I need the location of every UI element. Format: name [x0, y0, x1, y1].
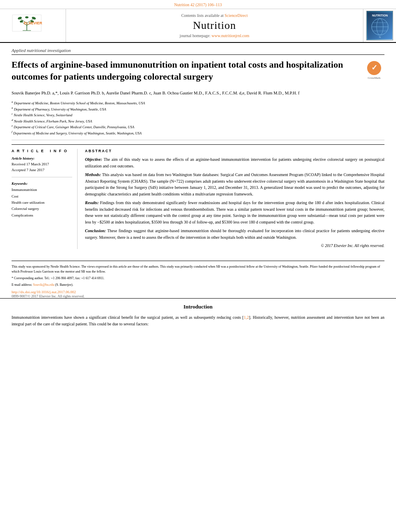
keywords-section: Keywords: Immunonutrition Cost Health ca… — [12, 181, 72, 218]
affiliations: a Department of Medicine, Boston Univers… — [12, 100, 384, 140]
keyword-5: Complications — [12, 212, 72, 219]
article-body: Applied nutritional investigation Effect… — [0, 43, 396, 258]
history-label: Article history: — [12, 156, 72, 160]
results-label: Results: — [85, 200, 99, 205]
objective-label: Objective: — [85, 157, 102, 162]
authors-text: Souvik Banerjee Ph.D. a,*, Louis P. Garr… — [12, 91, 299, 95]
email-footnote: E-mail address: Souvik@bu.edu (S. Banerj… — [12, 282, 384, 287]
article-title: Effects of arginine-based immunonutritio… — [12, 59, 360, 82]
elsevier-logo-section: ELSEVIER — [0, 9, 66, 42]
abstract-results: Results: Findings from this study demons… — [85, 200, 384, 225]
svg-text:ELSEVIER: ELSEVIER — [24, 21, 42, 25]
keyword-3: Health care utilization — [12, 200, 72, 206]
aff-d-text: Nestle Health Science, Florham Park, New… — [14, 119, 92, 123]
article-type: Applied nutritional investigation — [12, 48, 384, 55]
doi-link[interactable]: http://dx.doi.org/10.1016/j.nut.2017.06.… — [12, 290, 76, 294]
article-title-text: Effects of arginine-based immunonutritio… — [12, 59, 360, 86]
authors-line: Souvik Banerjee Ph.D. a,*, Louis P. Garr… — [12, 90, 384, 97]
abstract-methods: Methods: This analysis was based on data… — [85, 172, 384, 197]
intro-paragraph-1: Immunonutrition interventions have shown… — [12, 314, 384, 327]
accepted-date: Accepted 7 June 2017 — [12, 167, 72, 173]
abstract-text: Objective: The aim of this study was to … — [85, 156, 384, 249]
aff-a-text: Department of Medicine, Boston Universit… — [14, 101, 145, 105]
elsevier-logo: ELSEVIER — [10, 14, 56, 38]
nutrition-cover-image: NUTRITION N — [366, 11, 393, 40]
two-column-section: A R T I C L E I N F O Article history: R… — [12, 144, 384, 249]
citation-text: Nutrition 42 (2017) 106–113 — [174, 2, 222, 7]
journal-homepage: journal homepage: www.nutritionjrnl.com — [180, 33, 250, 38]
footnote-area: This study was sponsored by Nestle Healt… — [12, 261, 384, 298]
article-history-group: Article history: Received 17 March 2017 … — [12, 156, 72, 173]
journal-name-section: Contents lists available at ScienceDirec… — [66, 9, 363, 42]
journal-thumbnail: NUTRITION N — [363, 9, 396, 42]
sciencedirect-anchor[interactable]: ScienceDirect — [224, 13, 248, 18]
journal-citation: Nutrition 42 (2017) 106–113 — [0, 0, 396, 9]
affiliation-e: e Department of Critical Care, Geisinger… — [12, 124, 384, 130]
affiliation-f: f Departments of Medicine and Surgery, U… — [12, 130, 384, 136]
objective-text: The aim of this study was to assess the … — [85, 157, 384, 168]
ref-1-2[interactable]: 1,2 — [244, 315, 249, 320]
affiliation-b: b Department of Pharmacy, University of … — [12, 106, 384, 112]
journal-title: Nutrition — [193, 19, 236, 32]
abstract-objective: Objective: The aim of this study was to … — [85, 156, 384, 169]
keywords-label: Keywords: — [12, 181, 72, 186]
methods-text: This analysis was based on data from two… — [85, 172, 384, 196]
crossmark-icon: ✓ — [367, 61, 382, 75]
crossmark-label: CrossMark — [368, 76, 380, 80]
nutrition-cover-svg: NUTRITION N — [368, 12, 392, 39]
crossmark-section: ✓ CrossMark — [364, 61, 384, 80]
email-link[interactable]: Souvik@bu.edu — [33, 283, 54, 287]
email-suffix: (S. Banerjee). — [55, 283, 73, 287]
keyword-2: Cost — [12, 193, 72, 200]
elsevier-logo-svg: ELSEVIER — [10, 14, 56, 37]
conclusion-text: These findings suggest that arginine-bas… — [85, 228, 384, 240]
article-info-column: A R T I C L E I N F O Article history: R… — [12, 149, 78, 249]
homepage-link[interactable]: www.nutritionjrnl.com — [212, 33, 250, 38]
introduction-title: Introduction — [12, 304, 384, 310]
svg-text:NUTRITION: NUTRITION — [372, 14, 387, 17]
aff-e-text: Department of Critical Care, Geisinger M… — [14, 125, 134, 129]
received-date: Received 17 March 2017 — [12, 162, 72, 167]
aff-f-text: Departments of Medicine and Surgery, Uni… — [13, 131, 141, 135]
keyword-1: Immunonutrition — [12, 187, 72, 193]
aff-c-text: Nestle Health Science, Vevey, Switzerlan… — [14, 113, 72, 117]
copyright-line: © 2017 Elsevier Inc. All rights reserved… — [85, 243, 384, 249]
svg-text:✓: ✓ — [371, 64, 377, 72]
sciencedirect-link: Contents lists available at ScienceDirec… — [181, 13, 248, 18]
issn-line: 0899-9007/© 2017 Elsevier Inc. All right… — [12, 294, 384, 298]
journal-header: ELSEVIER Contents lists available at Sci… — [0, 9, 396, 43]
page: Nutrition 42 (2017) 106–113 — [0, 0, 396, 532]
svg-point-10 — [25, 16, 28, 18]
corresponding-footnote: * Corresponding author. Tel.: +1 206 866… — [12, 276, 384, 281]
homepage-prefix: journal homepage: — [180, 33, 212, 38]
keyword-4: Colorectal surgery — [12, 206, 72, 212]
results-text: Findings from this study demonstrated si… — [85, 200, 384, 224]
email-label: E-mail address: — [12, 283, 33, 287]
introduction-section: Introduction Immunonutrition interventio… — [0, 298, 396, 327]
conclusion-label: Conclusion: — [85, 228, 106, 233]
introduction-text: Immunonutrition interventions have shown… — [12, 314, 384, 327]
affiliation-c: c Nestle Health Science, Vevey, Switzerl… — [12, 112, 384, 118]
aff-b-text: Department of Pharmacy, University of Wa… — [14, 107, 106, 111]
affiliation-d: d Nestle Health Science, Florham Park, N… — [12, 118, 384, 124]
affiliation-a: a Department of Medicine, Boston Univers… — [12, 100, 384, 106]
info-divider — [12, 177, 72, 177]
methods-label: Methods: — [85, 172, 101, 177]
corresponding-label: * Corresponding author. — [12, 276, 44, 280]
abstract-conclusion: Conclusion: These findings suggest that … — [85, 228, 384, 240]
tel-text: Tel.: +1 206 866 4097; fax: +1 617 414 6… — [44, 276, 104, 280]
doi-line: http://dx.doi.org/10.1016/j.nut.2017.06.… — [12, 290, 384, 294]
sciencedirect-prefix: Contents lists available at — [181, 13, 224, 18]
article-title-section: Effects of arginine-based immunonutritio… — [12, 59, 384, 86]
sponsor-footnote: This study was sponsored by Nestle Healt… — [12, 264, 384, 274]
abstract-column: ABSTRACT Objective: The aim of this stud… — [85, 149, 384, 249]
article-info-header: A R T I C L E I N F O — [12, 149, 72, 153]
svg-text:N: N — [379, 36, 380, 38]
abstract-header: ABSTRACT — [85, 149, 384, 153]
